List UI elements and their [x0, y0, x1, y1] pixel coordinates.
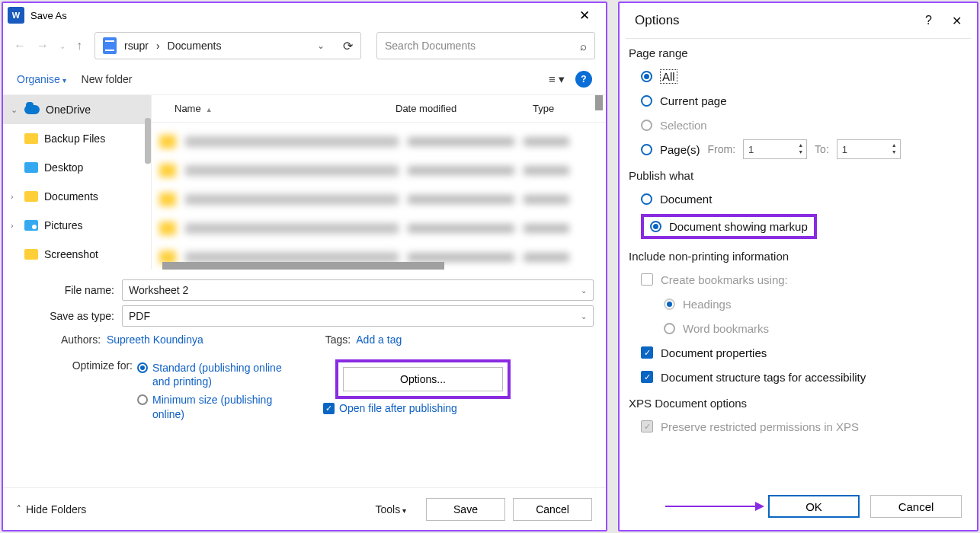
- list-header: Name▲ Date modified Type: [152, 95, 606, 123]
- publish-markup-highlight: Document showing markup: [641, 214, 817, 239]
- search-placeholder: Search Documents: [385, 40, 476, 52]
- vscrollbar[interactable]: [595, 95, 603, 110]
- forward-icon[interactable]: →: [37, 39, 49, 53]
- open-after-checkbox[interactable]: ✓ Open file after publishing: [323, 402, 594, 414]
- search-icon[interactable]: ⌕: [580, 40, 587, 53]
- help-icon[interactable]: ?: [575, 71, 592, 88]
- breadcrumb[interactable]: rsupr › Documents ⌄ ⟳: [94, 32, 361, 59]
- publish-markup-radio[interactable]: [650, 221, 661, 232]
- headings-radio: Headings: [664, 292, 968, 316]
- save-type-label: Save as type:: [15, 310, 122, 322]
- page-range-current-radio[interactable]: Current page: [641, 88, 968, 113]
- chevron-down-icon[interactable]: ⌄: [581, 312, 587, 321]
- publish-document-radio[interactable]: Document: [641, 187, 968, 211]
- annotation-arrow: [665, 506, 757, 507]
- up-icon[interactable]: ↑: [76, 39, 82, 53]
- close-icon[interactable]: ✕: [568, 8, 601, 24]
- window-title: Save As: [30, 10, 67, 21]
- ok-button[interactable]: OK: [768, 495, 860, 518]
- refresh-icon[interactable]: ⟳: [343, 39, 353, 53]
- back-icon[interactable]: ←: [14, 39, 26, 53]
- nav-bar: ← → ⌄ ↑ rsupr › Documents ⌄ ⟳ Search Doc…: [3, 27, 606, 64]
- page-range-group: Page range: [620, 39, 977, 64]
- xps-group: XPS Document options: [620, 389, 977, 414]
- sidebar-item-desktop[interactable]: Desktop: [3, 153, 151, 182]
- organise-menu[interactable]: Organise: [17, 73, 66, 85]
- list-item[interactable]: [159, 127, 606, 156]
- sidebar-scrollbar[interactable]: [145, 118, 151, 164]
- nav-arrows: ← → ⌄ ↑: [14, 39, 82, 53]
- list-item[interactable]: [159, 214, 606, 243]
- options-titlebar: Options ? ✕: [620, 3, 977, 38]
- pictures-icon: [24, 220, 38, 231]
- desktop-icon: [24, 162, 38, 173]
- breadcrumb-user[interactable]: rsupr: [124, 40, 149, 52]
- options-dialog: Options ? ✕ Page range All Current page …: [618, 2, 978, 531]
- word-icon: W: [8, 7, 24, 24]
- file-list: Name▲ Date modified Type: [152, 95, 606, 270]
- chevron-up-icon: ˄: [17, 504, 21, 514]
- xps-preserve-checkbox: ✓Preserve restricted permissions in XPS: [641, 414, 968, 439]
- list-item[interactable]: [159, 156, 606, 185]
- search-input[interactable]: Search Documents ⌕: [376, 32, 595, 59]
- folder-icon: [24, 133, 38, 144]
- from-spinner[interactable]: 1: [743, 139, 807, 159]
- close-icon[interactable]: ✕: [952, 14, 962, 28]
- help-icon[interactable]: ?: [925, 14, 932, 27]
- page-range-pages-radio[interactable]: Page(s) From: 1 To: 1: [641, 137, 968, 161]
- file-name-input[interactable]: Worksheet 2⌄: [122, 279, 594, 301]
- hscrollbar[interactable]: [162, 262, 444, 270]
- options-button-highlight: Options...: [335, 359, 511, 399]
- view-mode-button[interactable]: ≡ ▾: [549, 72, 565, 86]
- to-spinner[interactable]: 1: [837, 139, 901, 159]
- create-bookmarks-checkbox: Create bookmarks using:: [641, 267, 968, 292]
- save-type-select[interactable]: PDF⌄: [122, 305, 594, 327]
- page-range-selection-radio: Selection: [641, 113, 968, 137]
- folder-icon: [24, 249, 38, 260]
- tools-menu[interactable]: Tools: [376, 503, 406, 515]
- file-name-label: File name:: [15, 284, 122, 296]
- new-folder-button[interactable]: New folder: [82, 73, 133, 85]
- sidebar-item-pictures[interactable]: ›Pictures: [3, 211, 151, 240]
- publish-what-group: Publish what: [620, 161, 977, 187]
- from-label: From:: [708, 143, 736, 155]
- authors-label: Authors:: [61, 334, 101, 346]
- breadcrumb-sep: ›: [156, 40, 160, 52]
- options-button[interactable]: Options...: [343, 367, 503, 391]
- optimize-label: Optimize for:: [61, 359, 137, 421]
- file-rows: [152, 123, 606, 272]
- cancel-button[interactable]: Cancel: [870, 495, 962, 518]
- toolbar: Organise New folder ≡ ▾ ?: [3, 64, 606, 94]
- tags-label: Tags:: [325, 334, 351, 346]
- chevron-down-icon[interactable]: ⌄: [317, 40, 325, 51]
- word-bookmarks-radio: Word bookmarks: [664, 316, 968, 340]
- doc-tags-checkbox[interactable]: ✓Document structure tags for accessibili…: [641, 365, 968, 389]
- sidebar-item-documents[interactable]: ›Documents: [3, 182, 151, 211]
- hide-folders-button[interactable]: ˄Hide Folders: [17, 503, 86, 515]
- to-label: To:: [815, 143, 829, 155]
- breadcrumb-folder[interactable]: Documents: [168, 40, 222, 52]
- options-title: Options: [635, 13, 680, 28]
- save-button[interactable]: Save: [426, 498, 505, 521]
- optimize-minimum-radio[interactable]: Minimum size (publishing online): [137, 393, 282, 420]
- folder-icon: [24, 191, 38, 202]
- checkbox-on-icon: ✓: [323, 403, 335, 414]
- column-date[interactable]: Date modified: [396, 103, 533, 114]
- sidebar-item-onedrive[interactable]: ⌄OneDrive: [3, 95, 151, 124]
- non-printing-group: Include non-printing information: [620, 242, 977, 267]
- list-item[interactable]: [159, 185, 606, 214]
- onedrive-icon: [24, 105, 40, 114]
- chevron-down-icon[interactable]: ⌄: [581, 286, 587, 295]
- save-as-dialog: W Save As ✕ ← → ⌄ ↑ rsupr › Documents ⌄ …: [2, 2, 607, 531]
- column-name[interactable]: Name▲: [152, 103, 396, 114]
- recent-dropdown-icon[interactable]: ⌄: [59, 42, 66, 50]
- sidebar-item-screenshot[interactable]: Screenshot: [3, 240, 151, 269]
- cancel-button[interactable]: Cancel: [513, 498, 592, 521]
- page-range-all-radio[interactable]: All: [641, 64, 968, 88]
- sidebar-item-backup[interactable]: Backup Files: [3, 124, 151, 153]
- doc-properties-checkbox[interactable]: ✓Document properties: [641, 340, 968, 365]
- tags-value[interactable]: Add a tag: [356, 334, 402, 346]
- optimize-standard-radio[interactable]: Standard (publishing online and printing…: [137, 361, 282, 388]
- sort-asc-icon: ▲: [206, 106, 213, 113]
- authors-value[interactable]: Supreeth Koundinya: [107, 334, 203, 346]
